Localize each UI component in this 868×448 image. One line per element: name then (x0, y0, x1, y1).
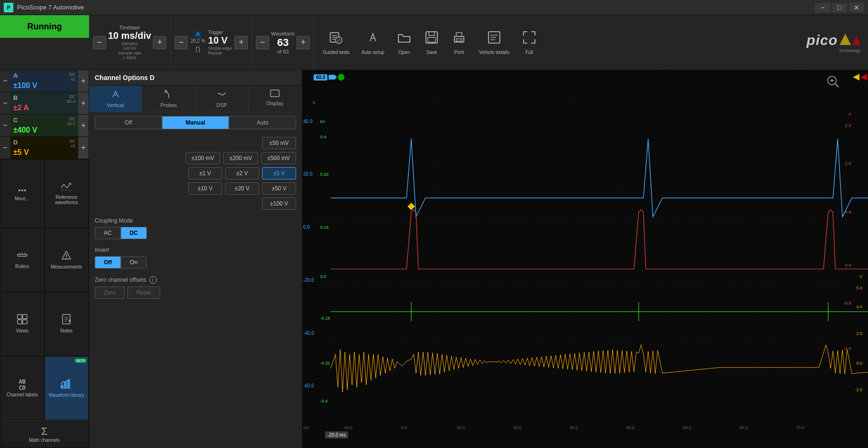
timebase-increase-button[interactable]: + (153, 36, 166, 49)
measurements-tool[interactable]: Measurements (45, 228, 89, 292)
range-2v-button[interactable]: ±2 V (225, 167, 259, 179)
mode-off-button[interactable]: Off (95, 116, 162, 129)
tab-vertical[interactable]: Vertical (89, 86, 142, 112)
channel-d-main[interactable]: D DCx1 ±5 V (10, 137, 78, 159)
zero-info-icon[interactable]: i (149, 276, 157, 284)
svg-text:0.8: 0.8 (845, 210, 851, 215)
zoom-icon[interactable] (826, 75, 840, 90)
trigger-value: 10 V (208, 35, 232, 46)
minimize-button[interactable]: − (815, 3, 830, 12)
print-button[interactable]: Print (446, 26, 472, 59)
display-icon (270, 90, 280, 99)
guided-tests-button[interactable]: ✓ Guided tests (317, 26, 355, 59)
svg-text:0.32: 0.32 (320, 172, 329, 177)
svg-text:0.0: 0.0 (320, 274, 326, 279)
timeline-marker[interactable]: -20.0 ms (325, 431, 348, 439)
tab-display[interactable]: Display (249, 86, 302, 112)
waveform-prev-button[interactable]: − (256, 36, 269, 49)
coupling-ac-button[interactable]: AC (95, 227, 121, 239)
close-button[interactable]: ✕ (849, 3, 864, 12)
right-arrow-yellow-icon (853, 74, 859, 81)
oscilloscope-display[interactable]: 60.0 -20.0 ms (302, 70, 868, 448)
channel-c-label: C (13, 116, 18, 124)
pico-logo: pico Technology (799, 15, 868, 70)
waveform-library-tool[interactable]: Waveform library BETA (45, 356, 89, 421)
rulers-tool[interactable]: Rulers (0, 228, 45, 292)
timebase-label: Timebase (119, 25, 140, 30)
channel-b-decrease-button[interactable]: − (0, 92, 10, 114)
range-10v-button[interactable]: ±10 V (188, 182, 222, 195)
range-5v-button[interactable]: ±5 V (262, 167, 296, 179)
measurements-label: Measurements (51, 264, 82, 269)
channel-c-decrease-button[interactable]: − (0, 115, 10, 136)
trigger-decrease-button[interactable]: − (174, 36, 188, 49)
save-icon (424, 30, 439, 48)
waveform-label: Waveform (271, 31, 295, 36)
trigger-level-indicator[interactable]: 60.0 (314, 74, 344, 81)
zero-zero-button[interactable]: Zero (95, 287, 125, 299)
tab-dsp[interactable]: DSP (196, 86, 249, 112)
channel-a-panel: − A DCx1 ±100 V + (0, 70, 89, 92)
range-50v-button[interactable]: ±50 V (262, 182, 296, 195)
invert-on-button[interactable]: On (121, 256, 146, 269)
views-tool[interactable]: Views (0, 292, 45, 356)
range-20v-button[interactable]: ±20 V (225, 182, 259, 195)
coupling-dc-button[interactable]: DC (121, 227, 147, 239)
tab-probes[interactable]: Probes (142, 86, 195, 112)
channel-a-label: A (13, 72, 18, 79)
svg-rect-33 (23, 320, 27, 324)
svg-text:-0.4: -0.4 (320, 399, 328, 403)
mode-buttons: Off Manual Auto (95, 116, 296, 129)
sidebar: − A DCx1 ±100 V + − B DC20 A (0, 70, 89, 448)
svg-text:-20.0: -20.0 (303, 278, 314, 283)
more-tool[interactable]: More... (0, 159, 45, 228)
range-100v-button[interactable]: ±100 V (262, 197, 296, 210)
channel-d-decrease-button[interactable]: − (0, 137, 10, 159)
trigger-dot-icon (338, 74, 344, 81)
auto-setup-button[interactable]: Auto setup (356, 26, 390, 59)
trigger-increase-button[interactable]: + (235, 36, 248, 49)
maximize-button[interactable]: □ (832, 3, 847, 12)
channel-b-increase-button[interactable]: + (78, 92, 89, 114)
samples-value: 100 kS (123, 46, 136, 51)
save-button[interactable]: Save (418, 26, 445, 59)
range-500mv-button[interactable]: ±500 mV (261, 152, 296, 164)
channel-c-main[interactable]: C DC10:1 ±400 V (10, 115, 78, 136)
timebase-decrease-button[interactable]: − (93, 36, 106, 49)
trigger-percent: 20.2 % (190, 38, 205, 44)
channel-c-increase-button[interactable]: + (78, 115, 89, 136)
channel-a-increase-button[interactable]: + (78, 70, 89, 92)
invert-off-button[interactable]: Off (95, 256, 121, 269)
channel-labels-tool[interactable]: ABCD Channel labels (0, 356, 45, 421)
svg-marker-18 (840, 34, 851, 45)
notes-tool[interactable]: Notes (45, 292, 89, 356)
range-200mv-button[interactable]: ±200 mV (223, 152, 258, 164)
vehicle-details-button[interactable]: Vehicle details (473, 26, 515, 59)
waveform-next-button[interactable]: + (297, 36, 310, 49)
math-channels-tool[interactable]: Σ Math channels (0, 420, 89, 448)
range-1v-button[interactable]: ±1 V (188, 167, 222, 179)
mode-manual-button[interactable]: Manual (162, 116, 229, 129)
range-50mv-button[interactable]: ±50 mV (262, 137, 296, 149)
open-button[interactable]: Open (391, 26, 417, 59)
full-button[interactable]: Full (516, 26, 542, 59)
reference-waveforms-tool[interactable]: Reference waveforms (45, 159, 89, 228)
waveform-of: of 63 (271, 49, 295, 54)
svg-text:kV: kV (320, 119, 326, 124)
channel-b-main[interactable]: B DC20 A ±2 A (10, 92, 78, 114)
range-100mv-button[interactable]: ±100 mV (185, 152, 220, 164)
zero-label: Zero channel offsets (95, 277, 146, 283)
channel-a-main[interactable]: A DCx1 ±100 V (10, 70, 78, 92)
right-trigger-arrows (853, 74, 867, 81)
range-row-5: ±100 V (95, 197, 296, 210)
running-button[interactable]: Running (0, 15, 89, 38)
channel-d-increase-button[interactable]: + (78, 137, 89, 159)
svg-text:2.0: 2.0 (845, 123, 851, 128)
channel-c-info: DC10:1 (67, 116, 75, 126)
channel-a-decrease-button[interactable]: − (0, 70, 10, 92)
guided-tests-icon: ✓ (328, 30, 344, 48)
rate-value: 1 MS/s (123, 55, 136, 60)
right-arrow-red-icon (860, 74, 867, 81)
zero-reset-button[interactable]: Reset (127, 287, 160, 299)
mode-auto-button[interactable]: Auto (229, 116, 296, 129)
